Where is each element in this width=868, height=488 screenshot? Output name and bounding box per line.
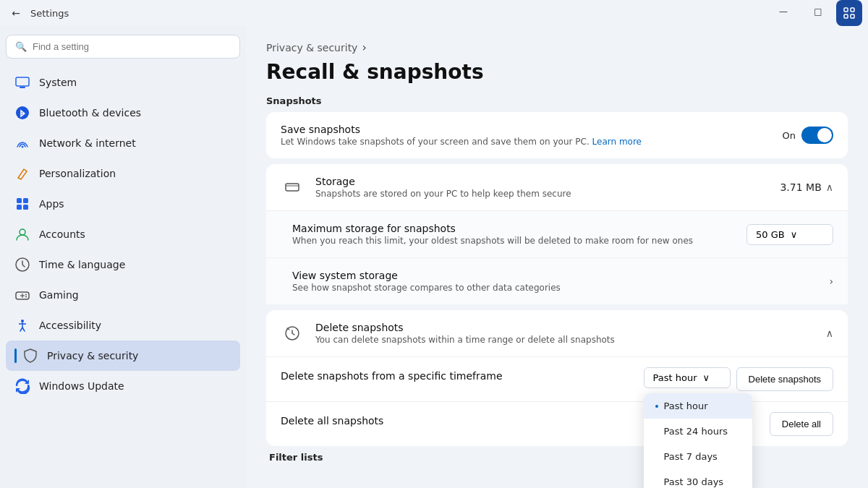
max-storage-text: Maximum storage for snapshots When you r… [292,223,735,246]
svg-point-17 [25,294,27,296]
apps-nav-icon [14,196,30,212]
learn-more-link[interactable]: Learn more [592,137,642,147]
personalization-nav-icon [14,166,30,181]
delete-snapshots-button[interactable]: Delete snapshots [736,367,833,391]
titlebar: ← Settings — □ [0,0,868,26]
delete-snapshots-chevron: ∧ [826,328,833,339]
sidebar-item-apps[interactable]: Apps [6,189,240,219]
timeframe-dropdown-wrapper: Past hour ∨ Past hour Past 24 hours [644,367,731,388]
dropdown-item-past-hour[interactable]: Past hour [644,393,752,419]
active-bar [14,348,17,363]
timeframe-dropdown-btn[interactable]: Past hour ∨ [644,367,731,388]
sidebar-item-label-privacy: Privacy & security [47,350,138,361]
storage-desc: Snapshots are stored on your PC to help … [315,189,768,199]
sidebar-item-label-apps: Apps [39,198,64,210]
storage-card: Storage Snapshots are stored on your PC … [266,164,848,304]
delete-snapshots-header[interactable]: Delete snapshots You can delete snapshot… [266,310,848,356]
content-area: Privacy & security › Recall & snapshots … [246,26,868,488]
sidebar-item-bluetooth[interactable]: Bluetooth & devices [6,98,240,128]
dropdown-item-past-30d[interactable]: Past 30 days [644,469,752,488]
sidebar-item-system[interactable]: System [6,67,240,98]
svg-point-7 [22,146,24,148]
view-storage-chevron: › [829,275,833,287]
selected-dot [655,405,658,408]
capture-button[interactable] [836,0,862,26]
search-input[interactable] [33,41,231,52]
svg-rect-8 [17,198,22,203]
delete-snapshots-label: Delete snapshots [315,322,814,333]
storage-row[interactable]: Storage Snapshots are stored on your PC … [266,164,848,210]
svg-line-22 [20,328,22,331]
delete-all-button[interactable]: Delete all [770,412,833,436]
maximize-button[interactable]: □ [801,0,835,23]
sidebar-item-label-network: Network & internet [39,137,136,149]
max-storage-select[interactable]: 50 GB ∨ [746,224,833,245]
minimize-button[interactable]: — [767,0,800,23]
save-snapshots-row: Save snapshots Let Windows take snapshot… [266,112,848,158]
sidebar-item-time[interactable]: Time & language [6,249,240,280]
save-snapshots-label: Save snapshots [281,124,771,135]
sidebar-item-personalization[interactable]: Personalization [6,158,240,189]
svg-rect-10 [17,205,22,210]
sidebar-item-accessibility[interactable]: Accessibility [6,310,240,341]
svg-rect-24 [286,184,299,191]
svg-rect-11 [23,205,28,210]
selected-timeframe: Past hour [653,372,697,383]
svg-point-12 [20,229,25,235]
sidebar-item-label-bluetooth: Bluetooth & devices [39,107,141,119]
sidebar-item-label-personalization: Personalization [39,168,116,179]
network-nav-icon [14,135,30,151]
snapshots-section-title: Snapshots [266,95,848,106]
storage-chevron-up: ∧ [826,181,833,193]
time-nav-icon [14,257,30,273]
accessibility-nav-icon [14,317,30,333]
window-controls: — □ [767,0,862,26]
dropdown-chevron-icon: ∨ [703,372,710,383]
svg-point-19 [21,320,24,322]
view-storage-desc: See how snapshot storage compares to oth… [292,283,817,293]
svg-rect-1 [851,8,854,12]
filter-lists-title: Filter lists [266,452,848,463]
breadcrumb: Privacy & security › [266,40,848,54]
view-storage-row[interactable]: View system storage See how snapshot sto… [266,257,848,304]
nav-list: SystemBluetooth & devicesNetwork & inter… [6,67,240,401]
sidebar-item-label-gaming: Gaming [39,289,79,301]
breadcrumb-parent[interactable]: Privacy & security [266,42,357,53]
save-snapshots-card: Save snapshots Let Windows take snapshot… [266,112,848,158]
delete-snapshots-card: Delete snapshots You can delete snapshot… [266,310,848,446]
main-layout: 🔍 SystemBluetooth & devicesNetwork & int… [0,26,868,488]
dropdown-item-past-24h[interactable]: Past 24 hours [644,419,752,444]
delete-timeframe-label: Delete snapshots from a specific timefra… [281,367,632,382]
app-title: Settings [30,8,69,19]
sidebar-item-network[interactable]: Network & internet [6,128,240,158]
toggle-label: On [783,130,796,141]
save-snapshots-toggle[interactable]: On [783,127,833,144]
svg-rect-4 [16,77,29,86]
delete-timeframe-row: Delete snapshots from a specific timefra… [266,356,848,401]
page-title: Recall & snapshots [266,60,848,84]
sidebar-item-gaming[interactable]: Gaming [6,280,240,310]
view-storage-text: View system storage See how snapshot sto… [292,270,817,293]
save-snapshots-text: Save snapshots Let Windows take snapshot… [281,124,771,147]
back-button[interactable]: ← [6,3,26,23]
delete-snapshots-icon [281,322,304,345]
toggle-switch[interactable] [801,127,833,144]
select-chevron-icon: ∨ [791,229,798,240]
privacy-nav-icon [22,348,38,364]
search-box[interactable]: 🔍 [6,35,240,59]
storage-text: Storage Snapshots are stored on your PC … [315,176,768,199]
sidebar-item-accounts[interactable]: Accounts [6,219,240,249]
storage-label: Storage [315,176,768,187]
delete-all-row: Delete all snapshots Delete all [266,401,848,446]
svg-rect-3 [851,14,854,18]
delete-snapshots-desc: You can delete snapshots within a time r… [315,335,814,345]
svg-point-6 [16,106,29,119]
max-storage-desc: When you reach this limit, your oldest s… [292,236,735,246]
sidebar-item-label-time: Time & language [39,259,125,270]
dropdown-item-past-7d[interactable]: Past 7 days [644,444,752,469]
sidebar-item-privacy[interactable]: Privacy & security [6,341,240,371]
gaming-nav-icon [14,287,30,303]
sidebar-item-update[interactable]: Windows Update [6,371,240,401]
update-nav-icon [14,378,30,394]
search-icon: 🔍 [15,41,27,52]
